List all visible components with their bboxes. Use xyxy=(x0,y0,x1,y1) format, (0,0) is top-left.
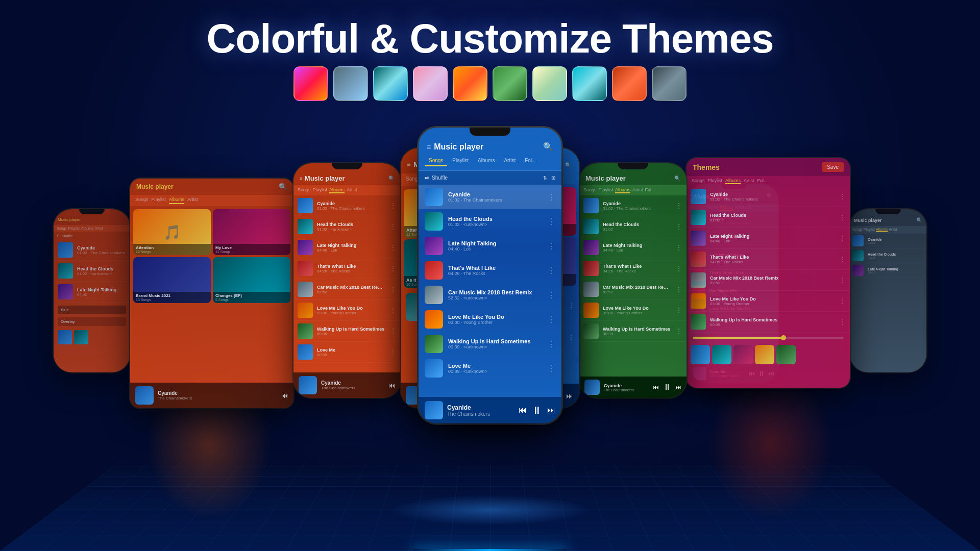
next-button[interactable]: ⏭ xyxy=(566,392,573,400)
tab-songs[interactable]: Songs xyxy=(692,178,705,184)
swatch-blue[interactable] xyxy=(333,66,368,101)
progress-handle[interactable] xyxy=(781,335,786,340)
song-thats-rt[interactable]: That's What I Like 04:35 · The Rocks ⋮ xyxy=(687,249,850,270)
more[interactable]: ⋮ xyxy=(675,285,682,293)
album-changes[interactable]: Changes (EP) 5 Songs xyxy=(213,257,290,303)
song-item-1[interactable]: Cyanide 01:02 · The Chainsmokers xyxy=(54,240,130,261)
tab-playlist[interactable]: Playlist xyxy=(68,227,80,230)
s4[interactable]: That's What I Like 04:26 · The Rocks ⋮ xyxy=(579,258,687,279)
tab-albums-active[interactable]: Albums xyxy=(615,187,630,193)
song-cyanide[interactable]: Cyanide 01:02 · The Chainsmokers ⋮ xyxy=(293,195,401,216)
sort-icon[interactable]: ⇅ xyxy=(543,175,547,181)
swatch-green[interactable] xyxy=(493,66,527,101)
song-headclouds[interactable]: Head the Clouds 01:02 · <unknown> ⋮ xyxy=(293,216,401,237)
song-thats[interactable]: That's What I Like 04:26 · The Rocks ⋮ xyxy=(419,258,561,283)
swatch-cyan[interactable] xyxy=(572,66,607,101)
tab-songs[interactable]: Songs xyxy=(852,228,863,232)
s5[interactable]: Car Music Mix 2018 Best Remix 52:52 ⋮ xyxy=(579,279,687,300)
prev-button[interactable]: ⏮ xyxy=(281,391,288,399)
more-icon[interactable]: ⋮ xyxy=(547,315,555,324)
album-mylove[interactable]: My Love 12 Songs xyxy=(213,209,290,255)
song-lovemedo[interactable]: Love Me Like You Do 03:00 · Young Brothe… xyxy=(293,300,401,321)
more[interactable]: ⋮ xyxy=(675,243,682,252)
shuffle-label[interactable]: Shuffle xyxy=(432,175,448,181)
song-cyanide-rt[interactable]: Cyanide 01:02 · The Chainsmokers ⋮ xyxy=(687,186,850,207)
tab-albums-active[interactable]: Albums xyxy=(876,228,888,232)
more-icon[interactable]: ⋮ xyxy=(839,234,846,242)
song-carmix[interactable]: Car Music Mix 2018 Best Remix 52:52 ⋮ xyxy=(293,279,401,300)
next-button[interactable]: ⏭ xyxy=(675,384,681,391)
tab-playlist[interactable]: Playlist xyxy=(448,156,473,166)
song-carmix-rt[interactable]: Car Music Mix 2018 Best Remix 52:52 ⋮ xyxy=(687,270,850,291)
tab-albums[interactable]: Albums xyxy=(81,227,93,230)
more[interactable]: ⋮ xyxy=(675,327,682,335)
tab-playlist[interactable]: Playlist xyxy=(708,178,723,184)
s6[interactable]: Love Me Like You Do 03:00 · Young Brothe… xyxy=(579,300,687,321)
song-latenight-rt[interactable]: Late Night Talking 04:40 · Loli ⋮ xyxy=(687,228,850,249)
tab-albums-active[interactable]: Albums xyxy=(169,197,184,204)
tab-artist[interactable]: Artist xyxy=(94,227,103,230)
tab-songs[interactable]: Songs xyxy=(425,156,447,166)
swatch-pink2[interactable] xyxy=(413,66,448,101)
tab-folder[interactable]: Fol xyxy=(645,187,652,193)
tab-albums[interactable]: Albums xyxy=(474,156,499,166)
tab-folder[interactable]: Fol... xyxy=(521,156,540,166)
song-loveme[interactable]: Love Me 00:39 ⋮ xyxy=(293,342,401,363)
s3[interactable]: Late Night Talking 04:40 xyxy=(850,263,926,278)
play-button[interactable]: ⏸ xyxy=(663,383,671,392)
song-carmix[interactable]: Car Music Mix 2018 Best Remix 52:52 · <u… xyxy=(419,283,561,307)
save-button[interactable]: Save xyxy=(822,162,844,172)
s2[interactable]: Head the Clouds 01:02 xyxy=(850,248,926,263)
search-icon[interactable]: 🔍 xyxy=(388,176,395,181)
tab-artist[interactable]: Artist xyxy=(347,187,357,193)
more-icon[interactable]: ⋮ xyxy=(389,285,397,293)
song-headclouds[interactable]: Head the Clouds 01:02 · <unknown> ⋮ xyxy=(419,209,561,234)
s2[interactable]: Head the Clouds 01:02 ⋮ xyxy=(579,216,687,237)
more-icon[interactable]: ⋮ xyxy=(389,243,397,252)
prev-button[interactable]: ⏮ xyxy=(388,381,396,389)
swatch-dark[interactable] xyxy=(652,66,687,101)
search-icon[interactable]: 🔍 xyxy=(916,217,922,223)
more-icon[interactable]: ⋮ xyxy=(839,213,846,221)
play-button[interactable]: ⏸ xyxy=(532,405,542,416)
song-walkingup[interactable]: Walking Up Is Hard Sometimes 00:39 ⋮ xyxy=(293,321,401,342)
more-icon[interactable]: ⋮ xyxy=(389,264,397,272)
search-icon[interactable]: 🔍 xyxy=(674,176,680,181)
s3[interactable]: Late Night Talking 04:40 · Loli ⋮ xyxy=(579,237,687,258)
prev-button[interactable]: ⏮ xyxy=(653,384,659,391)
more-icon[interactable]: ⋮ xyxy=(389,202,397,210)
tab-playlist[interactable]: Playlist xyxy=(152,197,166,204)
tab-playlist[interactable]: Playlist xyxy=(313,187,328,193)
s1[interactable]: Cyanide 01:02 · The Chainsmokers ⋮ xyxy=(579,195,687,216)
more[interactable]: ⋮ xyxy=(675,202,682,210)
song-item-2[interactable]: Head the Clouds 01:02 · <unknown> xyxy=(54,261,130,282)
more[interactable]: ⋮ xyxy=(675,264,682,272)
tab-playlist[interactable]: Playlist xyxy=(599,187,614,193)
next-button[interactable]: ⏭ xyxy=(547,406,555,415)
more[interactable]: ⋮ xyxy=(675,222,682,231)
more-icon[interactable]: ⋮ xyxy=(568,334,574,341)
more-icon[interactable]: ⋮ xyxy=(839,276,846,284)
song-latenightalking[interactable]: Late Night Talking 04:40 · Loli ⋮ xyxy=(293,237,401,258)
song-headclouds-rt[interactable]: Head the Clouds 01:02 ⋮ xyxy=(687,207,850,228)
tab-songs[interactable]: Songs xyxy=(298,187,311,193)
shuffle-label[interactable]: Shuffle xyxy=(62,234,73,238)
swatch-pink[interactable] xyxy=(293,66,328,101)
more-icon[interactable]: ⋮ xyxy=(547,217,555,227)
more-icon[interactable]: ⋮ xyxy=(839,297,846,305)
song-walkingup[interactable]: Walking Up Is Hard Sometimes 00:39 · <un… xyxy=(419,332,561,356)
more-icon[interactable]: ⋮ xyxy=(547,266,555,276)
more-icon[interactable]: ⋮ xyxy=(389,306,397,314)
swatch-redbrick[interactable] xyxy=(612,66,647,101)
more-icon[interactable]: ⋮ xyxy=(568,302,574,309)
song-thatswhatilike[interactable]: That's What I Like 04:26 · The Rocks ⋮ xyxy=(293,258,401,279)
album-attention[interactable]: Attention 12 Songs 🎵 xyxy=(133,209,211,255)
search-icon[interactable]: 🔍 xyxy=(279,183,287,191)
tab-songs[interactable]: Songs xyxy=(583,187,597,193)
swatch-teal[interactable] xyxy=(373,66,408,101)
search-icon[interactable]: 🔍 xyxy=(543,142,553,152)
album-brand[interactable]: Brand Music 2021 13 Songs xyxy=(133,257,211,303)
tab-artist[interactable]: Artist xyxy=(187,197,198,204)
song-cyanide[interactable]: Cyanide 01:02 · The Chainsmokers ⋮ xyxy=(419,185,561,209)
more-icon[interactable]: ⋮ xyxy=(547,192,555,202)
